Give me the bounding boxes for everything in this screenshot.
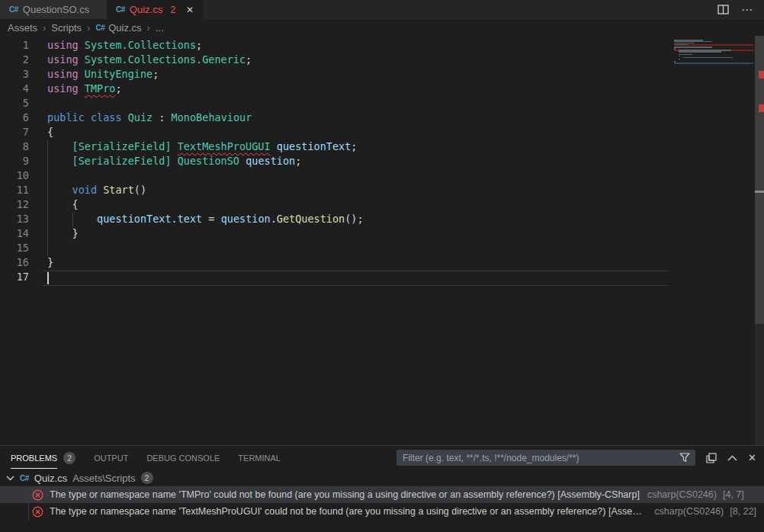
code-line[interactable] (42, 97, 674, 111)
line-number: 5 (0, 97, 42, 111)
bottom-panel: PROBLEMS2OUTPUTDEBUG CONSOLETERMINAL ✕ (0, 445, 764, 532)
problems-filter (396, 450, 695, 466)
overview-cursor-mark (755, 191, 764, 193)
group-file-path: Assets\Scripts (72, 473, 135, 484)
text-cursor (47, 272, 49, 284)
line-number: 13 (0, 213, 42, 227)
breadcrumb-separator: › (147, 22, 150, 34)
scrollbar-slider[interactable] (755, 36, 764, 324)
group-file-name: Quiz.cs (34, 473, 67, 484)
close-panel-icon[interactable]: ✕ (748, 452, 756, 463)
editor-tab-bar: C#QuestionSO.csC#Quiz.cs2✕ ⋯ (0, 0, 764, 19)
error-icon (32, 489, 43, 501)
code-line[interactable]: questionText.text = question.GetQuestion… (42, 213, 674, 227)
error-icon (32, 506, 43, 518)
panel-tab-label: TERMINAL (238, 453, 281, 463)
panel-tab-label: PROBLEMS (11, 453, 57, 463)
tab-quiz-cs[interactable]: C#Quiz.cs2✕ (107, 0, 203, 19)
code-line[interactable]: { (42, 126, 674, 140)
tab-questionso-cs[interactable]: C#QuestionSO.cs (0, 0, 107, 19)
line-number: 9 (0, 155, 42, 169)
panel-tab-problems[interactable]: PROBLEMS2 (11, 446, 75, 470)
code-line[interactable]: [SerializeField] TextMeshProUGUI questio… (42, 140, 674, 155)
code-line[interactable]: using System.Collections; (42, 39, 674, 53)
problem-position: [8, 22] (730, 506, 756, 517)
panel-header: PROBLEMS2OUTPUTDEBUG CONSOLETERMINAL ✕ (0, 446, 764, 470)
code-editor[interactable]: 1234567891011121314151617 using System.C… (0, 36, 764, 445)
problem-source: csharp(CS0246) (647, 489, 717, 500)
problem-source: csharp(CS0246) (654, 506, 724, 517)
problem-row[interactable]: The type or namespace name 'TMPro' could… (0, 486, 764, 503)
group-problem-count-badge: 2 (141, 472, 153, 484)
problems-list: The type or namespace name 'TMPro' could… (0, 486, 764, 520)
code-line[interactable]: using TMPro; (42, 82, 674, 97)
line-number: 16 (0, 256, 42, 271)
split-editor-icon[interactable] (717, 5, 729, 14)
error-squiggle-token: TextMeshProUGUI (178, 140, 271, 152)
line-number: 8 (0, 140, 42, 155)
code-line[interactable]: } (42, 256, 674, 271)
breadcrumb-item-[interactable]: ... (156, 22, 164, 34)
line-number: 11 (0, 184, 42, 198)
restore-panel-icon[interactable] (706, 453, 717, 463)
code-line[interactable]: using System.Collections.Generic; (42, 53, 674, 68)
panel-tab-terminal[interactable]: TERMINAL (238, 446, 281, 470)
problem-message: The type or namespace name 'TextMeshProU… (50, 506, 647, 517)
breadcrumb-item-assets[interactable]: Assets (8, 22, 37, 34)
breadcrumb: Assets›Scripts›C#Quiz.cs›... (0, 19, 764, 36)
breadcrumb-item-scripts[interactable]: Scripts (51, 22, 82, 34)
code-content[interactable]: using System.Collections;using System.Co… (42, 39, 674, 285)
maximize-panel-icon[interactable] (727, 455, 737, 461)
csharp-file-icon: C# (116, 5, 125, 14)
breadcrumb-separator: › (87, 22, 90, 34)
code-line[interactable] (42, 242, 674, 256)
problem-message: The type or namespace name 'TMPro' could… (50, 489, 640, 500)
line-number: 1 (0, 39, 42, 53)
line-number: 10 (0, 169, 42, 184)
problem-row[interactable]: The type or namespace name 'TextMeshProU… (0, 503, 764, 520)
minimap[interactable] (674, 40, 753, 64)
code-line[interactable] (42, 271, 674, 285)
problems-file-group[interactable]: C# Quiz.cs Assets\Scripts 2 (0, 470, 764, 486)
line-number: 2 (0, 53, 42, 68)
editor-actions: ⋯ (717, 0, 764, 19)
tab-problems-badge: 2 (170, 5, 175, 15)
code-line[interactable]: [SerializeField] QuestionSO question; (42, 155, 674, 169)
panel-tabs: PROBLEMS2OUTPUTDEBUG CONSOLETERMINAL (11, 446, 281, 470)
filter-funnel-icon (679, 453, 690, 463)
code-line[interactable]: } (42, 227, 674, 242)
panel-tab-label: DEBUG CONSOLE (146, 453, 220, 463)
line-number: 3 (0, 68, 42, 82)
minimap-line (674, 62, 753, 64)
filter-input[interactable] (396, 450, 695, 466)
breadcrumb-separator: › (43, 22, 46, 34)
problem-position: [4, 7] (723, 489, 744, 500)
line-number: 14 (0, 227, 42, 242)
panel-tab-label: OUTPUT (94, 453, 128, 463)
code-line[interactable]: using UnityEngine; (42, 68, 674, 82)
csharp-file-icon: C# (9, 5, 18, 14)
line-number: 17 (0, 271, 42, 285)
tab-label: Quiz.cs (130, 4, 162, 15)
panel-tab-output[interactable]: OUTPUT (94, 446, 128, 470)
code-line[interactable]: public class Quiz : MonoBehaviour (42, 111, 674, 126)
line-number: 7 (0, 126, 42, 140)
problems-count-badge: 2 (63, 452, 75, 464)
panel-tab-debug-console[interactable]: DEBUG CONSOLE (146, 446, 220, 470)
code-line[interactable]: void Start() (42, 184, 674, 198)
chevron-down-icon[interactable] (6, 476, 14, 481)
line-number: 4 (0, 82, 42, 97)
breadcrumb-item-quizcs[interactable]: C#Quiz.cs (95, 22, 141, 34)
more-actions-icon[interactable]: ⋯ (741, 3, 753, 17)
error-squiggle-token: TMPro (85, 82, 116, 95)
code-line[interactable] (42, 169, 674, 184)
csharp-file-icon: C# (95, 24, 104, 32)
overview-error-mark (759, 71, 764, 79)
scrollbar-overview-ruler[interactable] (755, 36, 764, 445)
tab-label: QuestionSO.cs (23, 4, 89, 15)
indent-guide (47, 140, 48, 256)
panel-actions: ✕ (706, 452, 756, 463)
code-line[interactable]: { (42, 198, 674, 213)
close-tab-icon[interactable]: ✕ (186, 5, 194, 15)
line-number: 12 (0, 198, 42, 213)
